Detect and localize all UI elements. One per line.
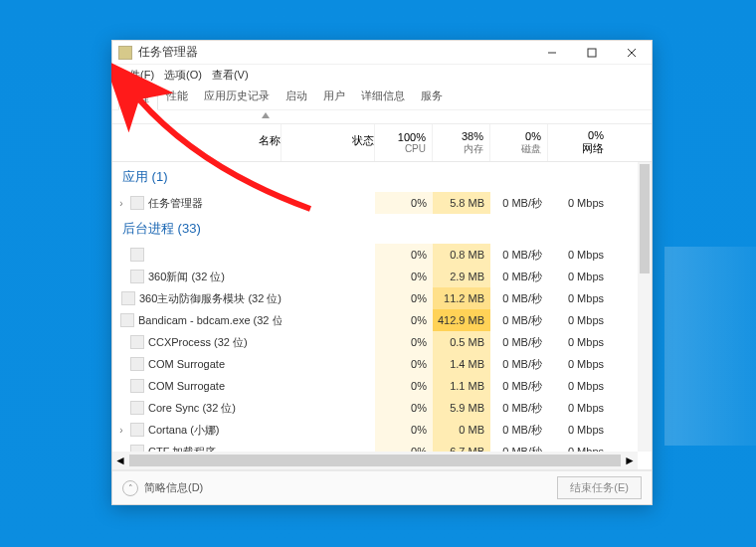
mem-percent: 38% xyxy=(433,130,483,142)
cpu-cell: 0% xyxy=(375,419,433,441)
cpu-cell: 0% xyxy=(375,287,433,309)
disk-percent: 0% xyxy=(490,130,541,142)
memory-cell: 11.2 MB xyxy=(433,287,490,309)
fewer-details-toggle[interactable]: ˄ 简略信息(D) xyxy=(122,480,203,496)
memory-cell: 412.9 MB xyxy=(433,309,490,331)
disk-cell: 0 MB/秒 xyxy=(490,397,548,419)
menu-view[interactable]: 查看(V) xyxy=(212,68,249,83)
memory-cell: 0 MB xyxy=(433,419,490,441)
tab-startup[interactable]: 启动 xyxy=(278,85,315,109)
tab-apphistory[interactable]: 应用历史记录 xyxy=(196,85,278,109)
network-cell: 0 Mbps xyxy=(548,331,612,353)
disk-cell: 0 MB/秒 xyxy=(490,375,548,397)
desktop-band xyxy=(664,247,756,446)
close-button[interactable] xyxy=(612,41,652,64)
window-title: 任务管理器 xyxy=(138,44,532,61)
header-disk[interactable]: 0% 磁盘 xyxy=(490,124,548,161)
disk-cell: 0 MB/秒 xyxy=(490,192,548,214)
net-label: 网络 xyxy=(548,141,604,156)
hscroll-right-icon[interactable]: ► xyxy=(622,453,638,468)
memory-cell: 0.5 MB xyxy=(433,331,490,353)
horizontal-scrollbar[interactable]: ◄ ► xyxy=(112,452,638,469)
memory-cell: 0.8 MB xyxy=(433,244,490,266)
process-icon xyxy=(130,248,144,262)
process-icon xyxy=(130,423,144,437)
disk-cell: 0 MB/秒 xyxy=(490,419,548,441)
table-row[interactable]: ›Cortana (小娜)0%0 MB0 MB/秒0 Mbps xyxy=(112,419,652,441)
task-manager-window: 任务管理器 文件(F) 选项(O) 查看(V) 进程 性能 应用历史记录 启动 … xyxy=(111,40,653,505)
window-controls xyxy=(532,41,652,64)
memory-cell: 1.1 MB xyxy=(433,375,490,397)
header-network[interactable]: 0% 网络 xyxy=(548,124,612,161)
sort-indicator-row xyxy=(112,110,652,124)
header-name[interactable]: 名称 xyxy=(112,124,282,161)
hscroll-left-icon[interactable]: ◄ xyxy=(112,453,128,468)
table-row[interactable]: Bandicam - bdcam.exe (32 位)0%412.9 MB0 M… xyxy=(112,309,652,331)
tab-processes[interactable]: 进程 xyxy=(118,86,158,110)
svg-rect-1 xyxy=(588,49,596,57)
cpu-label: CPU xyxy=(375,143,426,154)
memory-cell: 2.9 MB xyxy=(433,266,490,287)
expand-icon[interactable]: › xyxy=(116,425,126,436)
horizontal-scroll-thumb[interactable] xyxy=(129,455,621,466)
disk-cell: 0 MB/秒 xyxy=(490,244,548,266)
tabstrip: 进程 性能 应用历史记录 启动 用户 详细信息 服务 xyxy=(112,85,652,110)
group-background: 后台进程 (33) xyxy=(112,214,652,244)
cpu-cell: 0% xyxy=(375,192,433,214)
table-row[interactable]: 360新闻 (32 位)0%2.9 MB0 MB/秒0 Mbps xyxy=(112,266,652,287)
disk-cell: 0 MB/秒 xyxy=(490,266,548,287)
header-cpu[interactable]: 100% CPU xyxy=(375,124,433,161)
table-row[interactable]: COM Surrogate0%1.1 MB0 MB/秒0 Mbps xyxy=(112,375,652,397)
sort-caret-icon xyxy=(262,112,270,118)
table-row[interactable]: Core Sync (32 位)0%5.9 MB0 MB/秒0 Mbps xyxy=(112,397,652,419)
table-row[interactable]: COM Surrogate0%1.4 MB0 MB/秒0 Mbps xyxy=(112,353,652,375)
process-name: COM Surrogate xyxy=(148,358,225,370)
tab-performance[interactable]: 性能 xyxy=(158,85,196,109)
process-name: COM Surrogate xyxy=(148,380,225,392)
cpu-cell: 0% xyxy=(375,353,433,375)
process-name: 360新闻 (32 位) xyxy=(148,270,225,284)
tab-services[interactable]: 服务 xyxy=(413,85,451,109)
memory-cell: 5.9 MB xyxy=(433,397,490,419)
header-memory[interactable]: 38% 内存 xyxy=(433,124,490,161)
process-list: 应用 (1)›任务管理器0%5.8 MB0 MB/秒0 Mbps后台进程 (33… xyxy=(112,162,652,470)
memory-cell: 5.8 MB xyxy=(433,192,490,214)
cpu-cell: 0% xyxy=(375,266,433,287)
table-row[interactable]: 0%0.8 MB0 MB/秒0 Mbps xyxy=(112,244,652,266)
cpu-cell: 0% xyxy=(375,331,433,353)
process-icon xyxy=(130,196,144,210)
column-headers: 名称 状态 100% CPU 38% 内存 0% 磁盘 0% 网络 xyxy=(112,124,652,162)
table-row[interactable]: CCXProcess (32 位)0%0.5 MB0 MB/秒0 Mbps xyxy=(112,331,652,353)
expand-icon[interactable]: › xyxy=(116,198,126,209)
fewer-details-label: 简略信息(D) xyxy=(144,480,203,495)
menu-file[interactable]: 文件(F) xyxy=(118,68,154,83)
disk-cell: 0 MB/秒 xyxy=(490,309,548,331)
process-icon xyxy=(121,291,135,305)
titlebar[interactable]: 任务管理器 xyxy=(112,41,652,65)
process-list-inner[interactable]: 应用 (1)›任务管理器0%5.8 MB0 MB/秒0 Mbps后台进程 (33… xyxy=(112,162,652,469)
memory-cell: 1.4 MB xyxy=(433,353,490,375)
network-cell: 0 Mbps xyxy=(548,397,612,419)
table-row[interactable]: ›任务管理器0%5.8 MB0 MB/秒0 Mbps xyxy=(112,192,652,214)
network-cell: 0 Mbps xyxy=(548,309,612,331)
process-icon xyxy=(130,270,144,283)
process-icon xyxy=(130,335,144,349)
process-icon xyxy=(130,401,144,415)
table-row[interactable]: 360主动防御服务模块 (32 位)0%11.2 MB0 MB/秒0 Mbps xyxy=(112,287,652,309)
header-status[interactable]: 状态 xyxy=(282,124,375,161)
vertical-scroll-thumb[interactable] xyxy=(640,164,650,274)
maximize-button[interactable] xyxy=(572,41,612,64)
disk-cell: 0 MB/秒 xyxy=(490,353,548,375)
disk-label: 磁盘 xyxy=(490,142,541,156)
tab-details[interactable]: 详细信息 xyxy=(353,85,413,109)
minimize-icon xyxy=(547,48,557,58)
cpu-percent: 100% xyxy=(375,131,426,143)
tab-users[interactable]: 用户 xyxy=(315,85,353,109)
vertical-scrollbar[interactable] xyxy=(638,162,652,452)
footer: ˄ 简略信息(D) 结束任务(E) xyxy=(112,470,652,504)
end-task-button[interactable]: 结束任务(E) xyxy=(557,476,642,499)
network-cell: 0 Mbps xyxy=(548,419,612,441)
minimize-button[interactable] xyxy=(532,41,572,64)
mem-label: 内存 xyxy=(433,142,483,156)
menu-options[interactable]: 选项(O) xyxy=(164,68,202,83)
